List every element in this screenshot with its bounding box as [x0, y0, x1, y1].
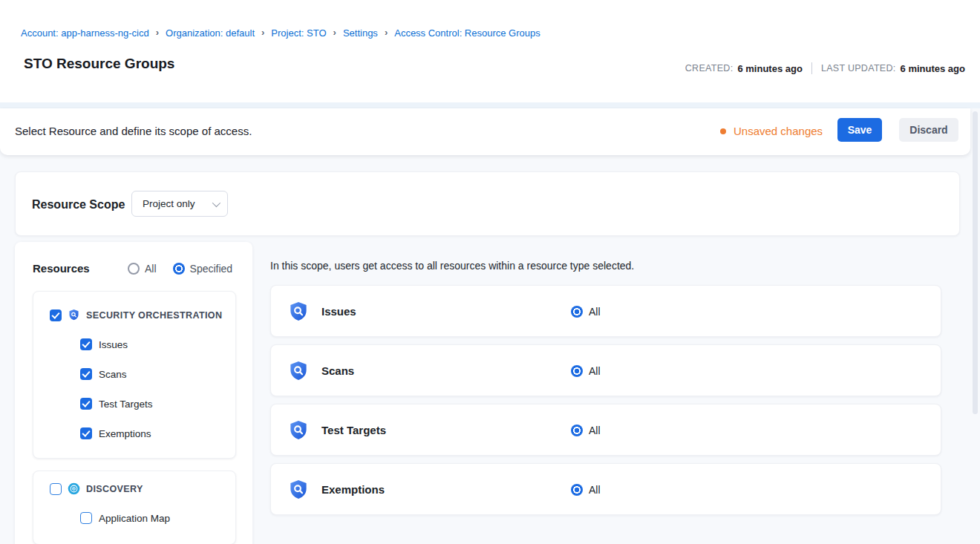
exemptions-checkbox[interactable]	[80, 427, 92, 439]
resources-mode-all-label[interactable]: All	[145, 263, 157, 275]
resource-row-issues: Issues All	[270, 285, 941, 337]
shield-search-icon	[68, 309, 80, 321]
unsaved-changes-indicator: Unsaved changes	[720, 125, 823, 137]
resources-mode-all-radio[interactable]	[128, 263, 140, 275]
test-targets-all-radio[interactable]	[571, 425, 583, 436]
unsaved-dot-icon	[720, 128, 726, 134]
exemptions-all-radio[interactable]	[571, 484, 583, 496]
resource-row-label: Exemptions	[321, 483, 385, 496]
resource-row-label: Test Targets	[321, 424, 386, 436]
resource-row-scans: Scans All	[270, 344, 941, 396]
chevron-right-icon: ›	[385, 27, 388, 38]
toolbar-description: Select Resource and define its scope of …	[15, 125, 252, 137]
resources-mode-specified-label[interactable]: Specified	[190, 263, 233, 275]
breadcrumb-account[interactable]: Account: app-harness-ng-cicd	[21, 27, 149, 39]
shield-search-icon	[287, 419, 310, 442]
meta-divider	[811, 62, 812, 74]
exemptions-label[interactable]: Exemptions	[99, 428, 151, 439]
application-map-checkbox[interactable]	[80, 512, 92, 524]
breadcrumb-resource-groups[interactable]: Access Control: Resource Groups	[394, 27, 540, 39]
resource-group-discovery: DISCOVERY Application Map	[33, 471, 236, 544]
discard-button[interactable]: Discard	[899, 118, 958, 142]
resource-group-security-orchestration: SECURITY ORCHESTRATION Issues Scans Test…	[33, 291, 236, 459]
created-label: CREATED:	[685, 63, 734, 73]
security-orchestration-checkbox[interactable]	[50, 309, 62, 321]
discovery-checkbox[interactable]	[50, 483, 62, 495]
scope-description: In this scope, users get access to all r…	[270, 260, 634, 272]
breadcrumb-project[interactable]: Project: STO	[271, 27, 326, 39]
resource-scope-label: Resource Scope	[32, 198, 125, 212]
created-updated-meta: CREATED: 6 minutes ago LAST UPDATED: 6 m…	[685, 62, 965, 74]
issues-label[interactable]: Issues	[99, 339, 128, 350]
scans-all-label[interactable]: All	[589, 365, 601, 377]
chevron-right-icon: ›	[261, 27, 264, 38]
resource-row-exemptions: Exemptions All	[270, 463, 941, 515]
application-map-label[interactable]: Application Map	[99, 513, 170, 524]
chevron-right-icon: ›	[156, 27, 159, 38]
resources-title: Resources	[33, 262, 128, 275]
action-toolbar: Select Resource and define its scope of …	[0, 108, 970, 155]
last-updated-label: LAST UPDATED:	[821, 63, 896, 73]
chevron-right-icon: ›	[333, 27, 336, 38]
resource-scope-value: Project only	[143, 198, 212, 209]
resource-row-label: Issues	[321, 305, 356, 318]
resource-scope-dropdown[interactable]: Project only	[131, 191, 228, 217]
save-button[interactable]: Save	[837, 118, 882, 142]
security-orchestration-label[interactable]: SECURITY ORCHESTRATION	[86, 310, 222, 321]
radar-icon	[68, 482, 80, 495]
breadcrumb-organization[interactable]: Organization: default	[166, 27, 255, 39]
scans-checkbox[interactable]	[80, 368, 92, 380]
resources-panel: Resources All Specified SECURITY ORCHEST…	[15, 242, 252, 544]
resource-row-test-targets: Test Targets All	[270, 404, 941, 456]
created-value: 6 minutes ago	[737, 63, 802, 74]
test-targets-checkbox[interactable]	[80, 398, 92, 410]
exemptions-all-label[interactable]: All	[589, 484, 601, 496]
shield-search-icon	[287, 301, 310, 323]
vertical-scrollbar[interactable]	[973, 111, 978, 414]
issues-all-label[interactable]: All	[589, 306, 601, 318]
header-divider	[0, 102, 980, 108]
last-updated-value: 6 minutes ago	[901, 63, 965, 74]
resources-mode-specified-radio[interactable]	[173, 263, 185, 275]
resource-row-label: Scans	[321, 364, 354, 377]
discovery-label[interactable]: DISCOVERY	[86, 484, 143, 494]
issues-all-radio[interactable]	[571, 306, 583, 318]
scans-all-radio[interactable]	[571, 365, 583, 377]
resource-scope-card: Resource Scope Project only	[15, 171, 960, 236]
chevron-down-icon	[212, 198, 220, 206]
test-targets-label[interactable]: Test Targets	[99, 399, 153, 410]
page-title: STO Resource Groups	[24, 56, 174, 72]
shield-search-icon	[287, 479, 310, 501]
page-header: Account: app-harness-ng-cicd › Organizat…	[0, 0, 980, 102]
scans-label[interactable]: Scans	[99, 369, 127, 380]
shield-search-icon	[287, 360, 310, 382]
breadcrumb-settings[interactable]: Settings	[343, 27, 378, 39]
test-targets-all-label[interactable]: All	[589, 425, 601, 436]
breadcrumb: Account: app-harness-ng-cicd › Organizat…	[21, 27, 540, 39]
issues-checkbox[interactable]	[80, 338, 92, 350]
unsaved-changes-label: Unsaved changes	[734, 125, 823, 137]
